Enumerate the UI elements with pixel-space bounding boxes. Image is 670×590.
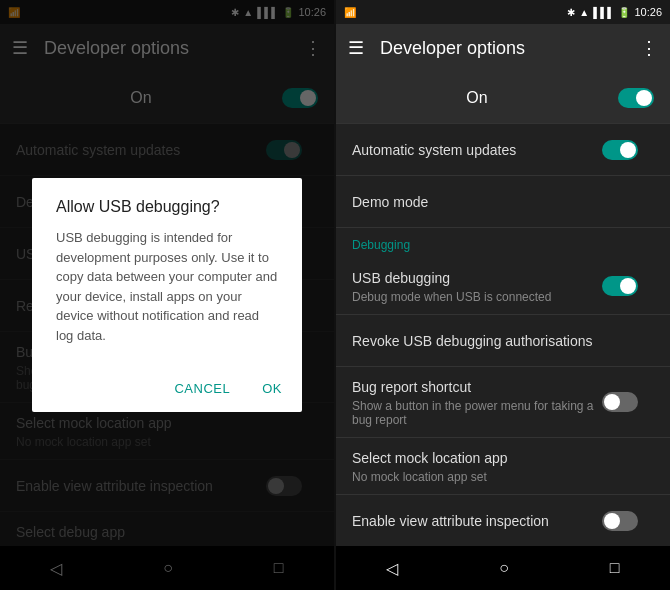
toolbar-title-right: Developer options [380,38,640,59]
battery-icon-right: 🔋 [618,7,630,18]
dialog-title: Allow USB debugging? [32,178,302,228]
ok-button[interactable]: OK [250,373,294,404]
on-row-right: On [336,72,670,124]
content-right: On Automatic system updates Demo mode De… [336,72,670,546]
nav-bar-right: ◁ ○ □ [336,546,670,590]
back-button-right[interactable]: ◁ [386,559,398,578]
auto-updates-title-right: Automatic system updates [352,140,602,160]
attr-inspection-row-right[interactable]: Enable view attribute inspection [336,495,670,546]
more-icon-right[interactable]: ⋮ [640,37,658,59]
home-button-right[interactable]: ○ [499,559,509,577]
dialog-message: USB debugging is intended for developmen… [32,228,302,365]
signal-icon-right: ▌▌▌ [593,7,614,18]
bug-report-row-right[interactable]: Bug report shortcut Show a button in the… [336,367,670,438]
usb-debug-row-right[interactable]: USB debugging Debug mode when USB is con… [336,258,670,315]
bluetooth-icon-right: ✱ [567,7,575,18]
dialog-actions: CANCEL OK [32,365,302,412]
left-screen: 📶 ✱ ▲ ▌▌▌ 🔋 10:26 ☰ Developer options ⋮ … [0,0,334,590]
sim-icon-right: 📶 [344,7,356,18]
mock-location-title-right: Select mock location app [352,448,654,468]
master-toggle-right[interactable] [618,88,654,108]
demo-mode-row-right[interactable]: Demo mode [336,176,670,228]
usb-debug-subtitle-right: Debug mode when USB is connected [352,290,602,304]
debugging-section-header: Debugging [336,228,670,258]
dialog-overlay: Allow USB debugging? USB debugging is in… [0,0,334,590]
menu-icon-right[interactable]: ☰ [348,37,364,59]
revoke-usb-row-right[interactable]: Revoke USB debugging authorisations [336,315,670,367]
time-right: 10:26 [634,6,662,18]
revoke-usb-title-right: Revoke USB debugging authorisations [352,331,654,351]
recent-button-right[interactable]: □ [610,559,620,577]
usb-debug-toggle-right[interactable] [602,276,638,296]
on-label-right: On [336,89,618,107]
attr-inspection-toggle-right[interactable] [602,511,638,531]
right-screen: 📶 ✱ ▲ ▌▌▌ 🔋 10:26 ☰ Developer options ⋮ … [336,0,670,590]
demo-mode-title-right: Demo mode [352,192,654,212]
usb-debug-title-right: USB debugging [352,268,602,288]
auto-updates-toggle-right[interactable] [602,140,638,160]
status-bar-right-right-icons: ✱ ▲ ▌▌▌ 🔋 10:26 [567,6,662,18]
status-bar-right-left-icons: 📶 [344,7,356,18]
attr-inspection-title-right: Enable view attribute inspection [352,511,602,531]
auto-updates-row-right[interactable]: Automatic system updates [336,124,670,176]
bug-report-subtitle-right: Show a button in the power menu for taki… [352,399,602,427]
toolbar-right: ☰ Developer options ⋮ [336,24,670,72]
mock-location-subtitle-right: No mock location app set [352,470,654,484]
bug-report-toggle-right[interactable] [602,392,638,412]
cancel-button[interactable]: CANCEL [162,373,242,404]
wifi-icon-right: ▲ [579,7,589,18]
usb-debug-dialog: Allow USB debugging? USB debugging is in… [32,178,302,412]
status-bar-right: 📶 ✱ ▲ ▌▌▌ 🔋 10:26 [336,0,670,24]
bug-report-title-right: Bug report shortcut [352,377,602,397]
mock-location-row-right[interactable]: Select mock location app No mock locatio… [336,438,670,495]
